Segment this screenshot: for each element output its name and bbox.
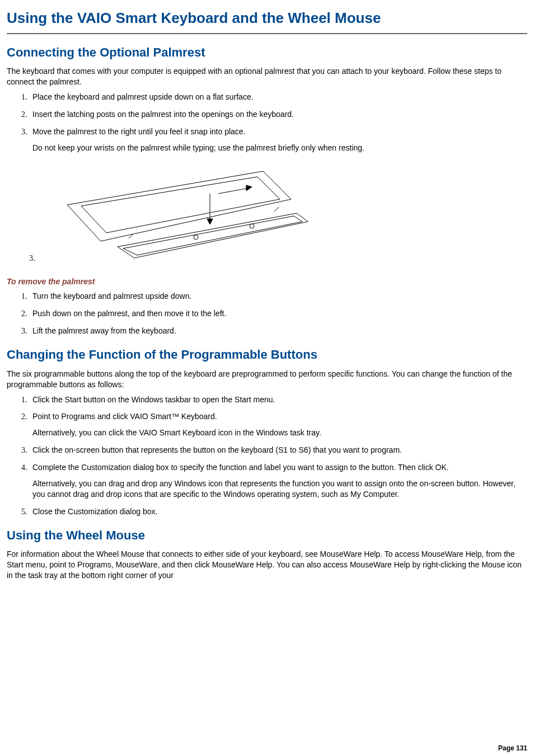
connect-step-1: Place the keyboard and palmrest upside d…: [29, 92, 527, 102]
prog-step-2-text: Point to Programs and click VAIO Smart™ …: [32, 412, 217, 421]
section-subhead-remove: To remove the palmrest: [7, 276, 527, 287]
connect-note: Do not keep your wrists on the palmrest …: [32, 143, 435, 153]
programmable-steps-list: Click the Start button on the Windows ta…: [7, 395, 527, 517]
diagram-row: 3.: [7, 160, 527, 266]
title-divider: [7, 33, 527, 34]
page-title: Using the VAIO Smart Keyboard and the Wh…: [7, 9, 527, 27]
palmrest-diagram: [50, 160, 319, 266]
diagram-marker: 3.: [29, 253, 35, 264]
section-heading-wheel: Using the Wheel Mouse: [7, 527, 527, 544]
section-heading-programmable: Changing the Function of the Programmabl…: [7, 346, 527, 363]
prog-note-4: Alternatively, you can drag and drop any…: [32, 478, 527, 500]
remove-step-2: Push down on the palmrest, and then move…: [29, 308, 527, 319]
section-heading-connect: Connecting the Optional Palmrest: [7, 44, 527, 61]
connect-intro: The keyboard that comes with your comput…: [7, 66, 527, 87]
connect-step-2: Insert the latching posts on the palmres…: [29, 109, 346, 120]
connect-step-3-text: Move the palmrest to the right until you…: [32, 127, 246, 136]
wheel-intro: For information about the Wheel Mouse th…: [7, 549, 527, 581]
prog-step-4-text: Complete the Customization dialog box to…: [32, 463, 449, 472]
programmable-intro: The six programmable buttons along the t…: [7, 369, 527, 390]
prog-step-4: Complete the Customization dialog box to…: [29, 462, 527, 500]
remove-step-3: Lift the palmrest away from the keyboard…: [29, 326, 527, 336]
remove-steps-list: Turn the keyboard and palmrest upside do…: [7, 291, 527, 336]
prog-note-2: Alternatively, you can click the VAIO Sm…: [32, 428, 527, 438]
svg-marker-7: [207, 219, 213, 224]
connect-step-3: Move the palmrest to the right until you…: [29, 126, 527, 153]
prog-step-1: Click the Start button on the Windows ta…: [29, 395, 527, 405]
connect-steps-list: Place the keyboard and palmrest upside d…: [7, 92, 527, 153]
prog-step-2: Point to Programs and click VAIO Smart™ …: [29, 411, 527, 438]
prog-step-3: Click the on-screen button that represen…: [29, 445, 527, 456]
prog-step-5: Close the Customization dialog box.: [29, 506, 527, 517]
svg-line-11: [274, 207, 279, 212]
remove-step-1: Turn the keyboard and palmrest upside do…: [29, 291, 527, 302]
